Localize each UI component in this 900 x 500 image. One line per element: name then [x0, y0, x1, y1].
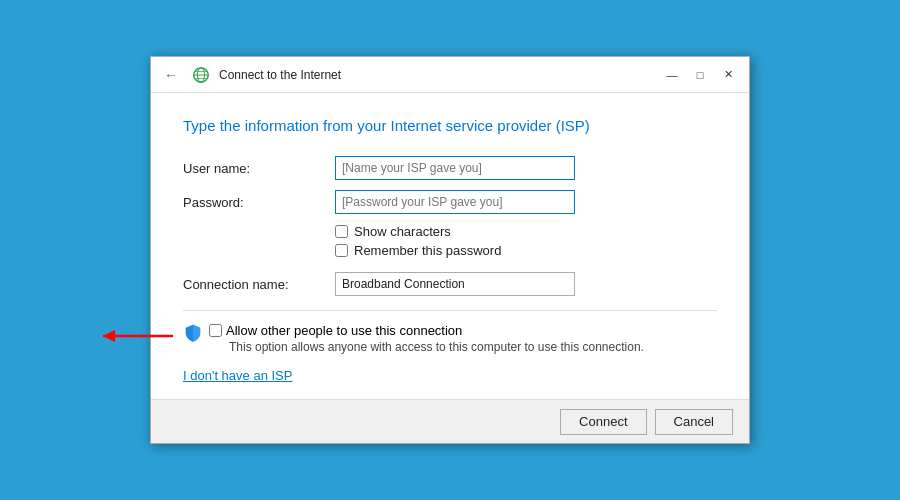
dialog-heading: Type the information from your Internet … — [183, 117, 717, 134]
svg-marker-7 — [103, 330, 115, 342]
main-window: ← Connect to the Internet — □ ✕ Type the… — [150, 56, 750, 444]
connection-name-label: Connection name: — [183, 277, 323, 292]
arrow-annotation — [93, 321, 183, 351]
remember-password-label: Remember this password — [354, 243, 501, 258]
remember-password-row: Remember this password — [335, 243, 717, 258]
dialog-footer: Connect Cancel — [151, 399, 749, 443]
password-input[interactable] — [335, 190, 575, 214]
minimize-button[interactable]: — — [659, 65, 685, 85]
remember-password-checkbox[interactable] — [335, 244, 348, 257]
window-controls: — □ ✕ — [659, 65, 741, 85]
title-bar: ← Connect to the Internet — □ ✕ — [151, 57, 749, 93]
allow-others-checkbox[interactable] — [209, 324, 222, 337]
close-button[interactable]: ✕ — [715, 65, 741, 85]
window-title: Connect to the Internet — [219, 68, 341, 82]
allow-text-block: Allow other people to use this connectio… — [209, 323, 644, 354]
form-grid: User name: Password: Show characters Rem… — [183, 156, 717, 296]
username-label: User name: — [183, 161, 323, 176]
connection-name-input[interactable] — [335, 272, 575, 296]
allow-section: Allow other people to use this connectio… — [183, 310, 717, 383]
allow-row: Allow other people to use this connectio… — [183, 323, 717, 354]
globe-icon — [191, 65, 211, 85]
cancel-button[interactable]: Cancel — [655, 409, 733, 435]
show-characters-checkbox[interactable] — [335, 225, 348, 238]
isp-link[interactable]: I don't have an ISP — [183, 368, 292, 383]
username-input[interactable] — [335, 156, 575, 180]
connect-button[interactable]: Connect — [560, 409, 646, 435]
show-characters-row: Show characters — [335, 224, 717, 239]
allow-description: This option allows anyone with access to… — [229, 340, 644, 354]
title-bar-left: ← Connect to the Internet — [159, 65, 659, 85]
allow-others-label: Allow other people to use this connectio… — [226, 323, 462, 338]
maximize-button[interactable]: □ — [687, 65, 713, 85]
show-characters-label: Show characters — [354, 224, 451, 239]
back-button[interactable]: ← — [159, 65, 183, 85]
dialog-content: Type the information from your Internet … — [151, 93, 749, 399]
password-label: Password: — [183, 195, 323, 210]
shield-icon — [183, 323, 203, 346]
allow-label-row: Allow other people to use this connectio… — [209, 323, 644, 338]
checkboxes-inline: Show characters Remember this password — [335, 224, 717, 262]
